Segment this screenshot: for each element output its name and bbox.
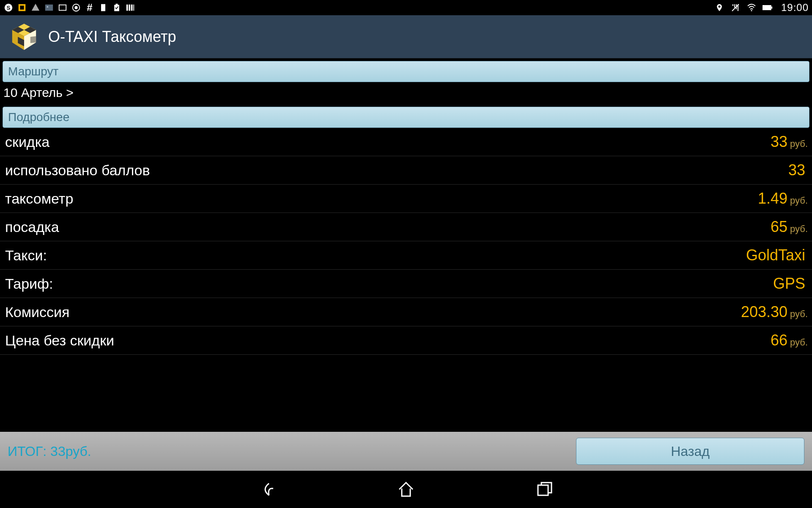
status-right: 19:00: [714, 2, 809, 14]
app-notification-icon: [17, 3, 27, 13]
row-unit: руб.: [790, 138, 808, 149]
status-left: S #: [3, 3, 135, 13]
svg-point-16: [751, 10, 752, 11]
svg-rect-17: [763, 5, 771, 10]
row-value: 203.30: [741, 303, 787, 321]
row-label: Такси:: [5, 247, 47, 264]
row-label: таксометр: [5, 190, 73, 207]
status-time: 19:00: [781, 2, 809, 14]
details-list: скидка 33руб. использовано баллов 33 так…: [0, 128, 812, 355]
bars-icon: [125, 3, 135, 13]
app-logo-icon: [8, 21, 40, 52]
row-points-used: использовано баллов 33: [0, 156, 812, 185]
svg-rect-4: [45, 5, 53, 11]
nav-back-icon[interactable]: [257, 479, 277, 500]
clipboard-icon: [112, 3, 122, 13]
svg-marker-26: [30, 36, 36, 43]
row-label: Тариф:: [5, 276, 53, 292]
row-boarding: посадка 65руб.: [0, 213, 812, 241]
vibrate-icon: [730, 3, 741, 13]
back-button-label: Назад: [671, 444, 710, 459]
row-value: 33: [771, 133, 787, 151]
row-value: 1.49: [758, 190, 787, 207]
back-button[interactable]: Назад: [576, 438, 804, 465]
row-unit: руб.: [790, 224, 808, 235]
sd-card-icon: [98, 3, 108, 13]
row-label: скидка: [5, 134, 49, 150]
route-value: 10 Артель >: [0, 82, 812, 104]
svg-point-15: [718, 6, 720, 8]
row-unit: руб.: [790, 195, 808, 206]
svg-rect-3: [20, 6, 24, 9]
row-value: GoldTaxi: [746, 246, 805, 264]
svg-rect-18: [771, 6, 773, 8]
row-label: Цена без скидки: [5, 332, 114, 349]
row-discount: скидка 33руб.: [0, 128, 812, 156]
row-unit: руб.: [790, 309, 808, 320]
svg-text:S: S: [7, 5, 11, 11]
svg-rect-13: [131, 5, 133, 11]
row-label: использовано баллов: [5, 162, 150, 179]
row-value: 66: [771, 331, 787, 349]
content-spacer: [0, 355, 812, 432]
row-label: посадка: [5, 219, 59, 235]
shield-icon: [71, 3, 81, 13]
svg-rect-27: [538, 485, 548, 495]
row-taxi: Такси: GoldTaxi: [0, 241, 812, 270]
svg-point-5: [47, 6, 49, 8]
svg-point-8: [75, 6, 77, 9]
svg-rect-14: [133, 5, 134, 11]
svg-rect-12: [129, 5, 130, 11]
row-taximeter: таксометр 1.49руб.: [0, 185, 812, 213]
svg-rect-10: [116, 4, 118, 6]
app-title: O-TAXI Таксометр: [48, 28, 176, 46]
total-label: ИТОГ: 33руб.: [8, 444, 91, 459]
row-commission: Комиссия 203.30руб.: [0, 298, 812, 326]
row-value: GPS: [773, 275, 805, 293]
row-label: Комиссия: [5, 304, 70, 320]
nav-bar: [0, 471, 812, 508]
photo-icon: [44, 3, 54, 13]
nav-recent-icon[interactable]: [535, 479, 555, 500]
warning-icon: [30, 3, 41, 13]
details-section-header[interactable]: Подробнее: [3, 107, 809, 128]
row-value: 65: [771, 218, 787, 236]
svg-rect-6: [59, 5, 66, 11]
bottom-bar: ИТОГ: 33руб. Назад: [0, 432, 812, 471]
battery-icon: [763, 3, 773, 13]
hash-icon: #: [85, 3, 95, 13]
row-price-no-discount: Цена без скидки 66руб.: [0, 326, 812, 355]
location-icon: [714, 3, 724, 13]
row-unit: руб.: [790, 337, 808, 348]
app-bar: O-TAXI Таксометр: [0, 15, 812, 58]
row-value: 33: [788, 161, 805, 179]
wifi-icon: [746, 3, 757, 13]
route-section-header[interactable]: Маршрут: [3, 61, 809, 82]
status-bar: S #: [0, 0, 812, 15]
svg-rect-11: [126, 5, 128, 11]
row-tariff: Тариф: GPS: [0, 270, 812, 298]
window-icon: [58, 3, 68, 13]
skype-icon: S: [3, 3, 14, 13]
nav-home-icon[interactable]: [396, 479, 416, 500]
